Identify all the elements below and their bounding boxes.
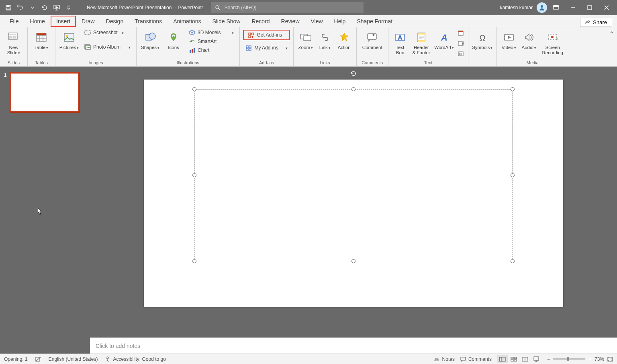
- tab-design[interactable]: Design: [100, 16, 129, 27]
- slide-thumbnail-1[interactable]: [10, 72, 79, 112]
- resize-handle-se[interactable]: [511, 259, 515, 263]
- my-addins-button[interactable]: My Add-ins: [243, 44, 290, 51]
- group-images: Pictures Screenshot Photo Album Images: [55, 27, 137, 66]
- symbols-button[interactable]: Ω Symbols: [472, 29, 493, 50]
- status-accessibility[interactable]: Accessibility: Good to go: [105, 356, 165, 362]
- present-from-beginning-icon[interactable]: [51, 2, 62, 13]
- resize-handle-w[interactable]: [192, 173, 196, 177]
- undo-icon[interactable]: [15, 2, 26, 13]
- notes-toggle[interactable]: Notes: [433, 356, 455, 362]
- icons-button[interactable]: Icons: [163, 29, 184, 50]
- zoom-slider[interactable]: [553, 358, 585, 360]
- maximize-icon[interactable]: [582, 0, 598, 15]
- video-label: Video: [502, 45, 516, 50]
- photo-album-button[interactable]: Photo Album: [82, 43, 133, 51]
- screenshot-button[interactable]: Screenshot: [82, 29, 133, 36]
- tab-transitions[interactable]: Transitions: [129, 16, 168, 27]
- svg-rect-56: [500, 357, 501, 361]
- rotation-handle-icon[interactable]: [349, 69, 358, 78]
- tab-view[interactable]: View: [305, 16, 329, 27]
- spell-check-icon[interactable]: [35, 356, 41, 362]
- tab-file[interactable]: File: [4, 16, 25, 27]
- wordart-button[interactable]: A WordArt: [434, 29, 454, 50]
- date-time-icon: [458, 30, 464, 36]
- tab-help[interactable]: Help: [329, 16, 351, 27]
- icons-label: Icons: [168, 45, 179, 50]
- ribbon-display-options-icon[interactable]: [548, 0, 564, 15]
- new-slide-button[interactable]: New Slide: [3, 29, 24, 55]
- comment-button[interactable]: Comment: [360, 29, 385, 50]
- tab-slideshow[interactable]: Slide Show: [206, 16, 246, 27]
- close-icon[interactable]: [599, 0, 615, 15]
- shapes-button[interactable]: Shapes: [140, 29, 161, 50]
- comments-toggle[interactable]: Comments: [460, 356, 492, 362]
- redo-icon[interactable]: [39, 2, 50, 13]
- chart-icon: [189, 47, 195, 53]
- resize-handle-n[interactable]: [351, 87, 355, 91]
- slide-thumbnails-pane[interactable]: 1: [0, 67, 90, 354]
- zoom-out-icon[interactable]: −: [547, 356, 550, 362]
- thumb-row-1[interactable]: 1: [4, 72, 86, 112]
- save-icon[interactable]: [3, 2, 14, 13]
- link-button[interactable]: Link: [317, 29, 333, 50]
- group-label-symbols: [472, 59, 493, 66]
- share-button[interactable]: Share: [580, 18, 612, 27]
- tab-home[interactable]: Home: [25, 16, 51, 27]
- customize-qat-icon[interactable]: [63, 2, 74, 13]
- text-box-button[interactable]: A Text Box: [392, 29, 409, 55]
- photo-album-label: Photo Album: [93, 44, 121, 50]
- screen-recording-button[interactable]: Screen Recording: [540, 29, 565, 55]
- zoom-button[interactable]: Zoom: [297, 29, 315, 50]
- action-icon: [337, 31, 351, 44]
- 3d-models-button[interactable]: 3D Models: [186, 29, 236, 36]
- resize-handle-sw[interactable]: [192, 259, 196, 263]
- smartart-button[interactable]: SmartArt: [186, 38, 236, 45]
- my-addins-icon: [245, 45, 252, 51]
- chart-label: Chart: [198, 47, 209, 53]
- group-links: Zoom Link Action Links: [294, 27, 357, 66]
- date-time-button[interactable]: [457, 29, 465, 37]
- shapes-label: Shapes: [141, 45, 159, 50]
- notes-pane[interactable]: Click to add notes: [90, 337, 617, 354]
- slide-canvas[interactable]: [144, 80, 563, 307]
- slide-sorter-view-icon[interactable]: [509, 355, 519, 363]
- resize-handle-nw[interactable]: [192, 87, 196, 91]
- normal-view-icon[interactable]: [497, 355, 508, 363]
- slideshow-view-icon[interactable]: [531, 355, 541, 363]
- avatar[interactable]: [537, 2, 547, 13]
- zoom-level[interactable]: 73%: [595, 356, 604, 362]
- fit-to-window-icon[interactable]: [607, 357, 613, 362]
- accessibility-label: Accessibility: Good to go: [113, 356, 165, 362]
- object-button[interactable]: [457, 50, 465, 58]
- audio-button[interactable]: Audio: [520, 29, 538, 50]
- get-addins-button[interactable]: Get Add-ins: [243, 30, 290, 40]
- group-media: Video Audio Screen Recording Media: [497, 27, 568, 66]
- status-language[interactable]: English (United States): [49, 356, 98, 362]
- zoom-in-icon[interactable]: +: [588, 356, 591, 362]
- zoom-slider-thumb[interactable]: [567, 357, 569, 361]
- pictures-button[interactable]: Pictures: [59, 29, 80, 50]
- search-input[interactable]: Search (Alt+Q): [211, 2, 364, 13]
- tab-draw[interactable]: Draw: [76, 16, 100, 27]
- table-button[interactable]: Table: [31, 29, 52, 50]
- action-button[interactable]: Action: [335, 29, 353, 50]
- minimize-icon[interactable]: [565, 0, 581, 15]
- tab-shape-format[interactable]: Shape Format: [351, 16, 398, 27]
- content-placeholder[interactable]: [194, 89, 513, 261]
- video-button[interactable]: Video: [500, 29, 518, 50]
- collapse-ribbon-icon[interactable]: [608, 29, 615, 36]
- tab-record[interactable]: Record: [246, 16, 275, 27]
- reading-view-icon[interactable]: [520, 355, 530, 363]
- tab-insert[interactable]: Insert: [51, 16, 76, 27]
- resize-handle-s[interactable]: [351, 259, 355, 263]
- symbols-label: Symbols: [472, 45, 492, 50]
- chart-button[interactable]: Chart: [186, 47, 236, 54]
- undo-more-icon[interactable]: [27, 2, 38, 13]
- resize-handle-ne[interactable]: [511, 87, 515, 91]
- tab-animations[interactable]: Animations: [168, 16, 206, 27]
- slide-number-button[interactable]: #: [457, 39, 465, 47]
- tab-review[interactable]: Review: [276, 16, 305, 27]
- svg-text:Ω: Ω: [479, 33, 485, 42]
- resize-handle-e[interactable]: [511, 173, 515, 177]
- header-footer-button[interactable]: Header & Footer: [411, 29, 432, 55]
